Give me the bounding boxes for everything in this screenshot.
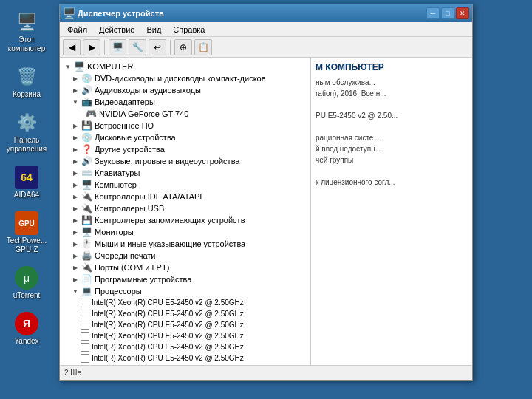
tree-item-firmware[interactable]: ▶ 💾 Встроенное ПО — [60, 120, 310, 132]
menu-help[interactable]: Справка — [168, 24, 209, 35]
toolbar-separator-2 — [170, 40, 171, 55]
disk-icon: 💿 — [81, 132, 92, 143]
properties-button[interactable]: 🔧 — [129, 39, 146, 55]
tree-item-audio[interactable]: ▶ 🔊 Аудиовходы и аудиовыходы — [60, 84, 310, 96]
tree-item-storage[interactable]: ▶ 💾 Контроллеры запоминающих устройств — [60, 214, 310, 226]
desktop-icon-gpuz[interactable]: GPU TechPowe...GPU-Z — [3, 208, 50, 257]
tree-item-disk[interactable]: ▶ 💿 Дисковые устройства — [60, 132, 310, 143]
video-toggle-icon[interactable]: ▼ — [70, 97, 81, 107]
cpu-checkbox-5 — [81, 343, 89, 352]
tree-item-mice[interactable]: ▶ 🖱️ Мыши и иные указывающие устройства — [60, 238, 310, 250]
device-manager-window: 🖥️ Диспетчер устройств ─ □ ✕ Файл Действ… — [59, 4, 473, 381]
cpu-checkbox-3 — [81, 321, 89, 330]
root-toggle-icon[interactable]: ▼ — [63, 61, 73, 72]
cpu-item-4[interactable]: Intel(R) Xeon(R) CPU E5-2450 v2 @ 2.50GH… — [60, 330, 310, 341]
clipboard-button[interactable]: 📋 — [194, 39, 212, 55]
tree-item-nvidia[interactable]: 🎮 NVIDIA GeForce GT 740 — [60, 108, 310, 120]
add-button[interactable]: ⊕ — [174, 39, 192, 55]
firmware-toggle-icon[interactable]: ▶ — [70, 120, 81, 131]
cpu-label-3: Intel(R) Xeon(R) CPU E5-2450 v2 @ 2.50GH… — [92, 321, 244, 329]
computer-toggle-icon[interactable]: ▶ — [70, 180, 81, 190]
info-line-2: ration), 2016. Все н... — [316, 88, 468, 99]
cpu-item-2[interactable]: Intel(R) Xeon(R) CPU E5-2450 v2 @ 2.50GH… — [60, 308, 310, 319]
tree-item-monitors[interactable]: ▶ 🖥️ Мониторы — [60, 226, 310, 238]
ports-toggle-icon[interactable]: ▶ — [70, 262, 81, 273]
print-toggle-icon[interactable]: ▶ — [70, 250, 81, 261]
keyboards-label: Клавиатуры — [95, 168, 140, 177]
tree-item-computer[interactable]: ▶ 🖥️ Компьютер — [60, 179, 310, 191]
tree-item-ide[interactable]: ▶ 🔌 Контроллеры IDE ATA/ATAPI — [60, 191, 310, 202]
other-toggle-icon[interactable]: ▶ — [70, 144, 81, 154]
video-icon: 📺 — [81, 96, 92, 108]
tree-item-sound[interactable]: ▶ 🔊 Звуковые, игровые и видеоустройства — [60, 155, 310, 167]
cpu-checkbox-1 — [81, 299, 89, 307]
storage-toggle-icon[interactable]: ▶ — [70, 215, 81, 225]
tree-item-print[interactable]: ▶ 🖨️ Очереди печати — [60, 250, 310, 262]
desktop-icon-this-pc[interactable]: 🖥️ Этоткомпьютер — [3, 7, 50, 56]
tree-item-processors[interactable]: ▼ 💻 Процессоры — [60, 285, 310, 297]
computer-button[interactable]: 🖥️ — [109, 39, 126, 55]
tree-item-usb[interactable]: ▶ 🔌 Контроллеры USB — [60, 202, 310, 214]
status-bar: 2 Шe — [60, 365, 472, 380]
keyboards-toggle-icon[interactable]: ▶ — [70, 168, 81, 178]
cpu-item-1[interactable]: Intel(R) Xeon(R) CPU E5-2450 v2 @ 2.50GH… — [60, 297, 310, 308]
other-label: Другие устройства — [95, 145, 165, 154]
computer-label: Компьютер — [95, 180, 137, 189]
cpu-checkbox-4 — [81, 332, 89, 341]
audio-icon: 🔊 — [81, 84, 92, 96]
toolbar: ◀ ▶ 🖥️ 🔧 ↩ ⊕ 📋 — [60, 37, 472, 58]
menu-view[interactable]: Вид — [142, 24, 166, 35]
print-label: Очереди печати — [95, 251, 156, 260]
tree-item-keyboards[interactable]: ▶ ⌨️ Клавиатуры — [60, 167, 310, 179]
forward-button[interactable]: ▶ — [83, 39, 100, 55]
cpu-label-5: Intel(R) Xeon(R) CPU E5-2450 v2 @ 2.50GH… — [92, 343, 244, 351]
ide-icon: 🔌 — [81, 191, 92, 202]
tree-item-other[interactable]: ▶ ❓ Другие устройства — [60, 143, 310, 155]
menu-file[interactable]: Файл — [63, 24, 92, 35]
maximize-button[interactable]: □ — [441, 7, 454, 19]
device-tree-panel[interactable]: ▼ 🖥️ KOMPUTER ▶ 💿 DVD-дисководы и дисков… — [60, 58, 311, 365]
desktop-icon-recycle-bin[interactable]: 🗑️ Корзина — [3, 62, 50, 102]
minimize-button[interactable]: ─ — [426, 7, 440, 19]
info-line-5: й ввод недоступн... — [316, 143, 468, 154]
monitors-toggle-icon[interactable]: ▶ — [70, 227, 81, 237]
tree-item-video[interactable]: ▼ 📺 Видеоадаптеры — [60, 96, 310, 108]
sound-toggle-icon[interactable]: ▶ — [70, 156, 81, 166]
processors-toggle-icon[interactable]: ▼ — [70, 286, 81, 296]
cpu-item-6[interactable]: Intel(R) Xeon(R) CPU E5-2450 v2 @ 2.50GH… — [60, 352, 310, 364]
utorrent-icon: μ — [15, 266, 38, 290]
desktop-icon-yandex[interactable]: Я Yandex — [3, 309, 50, 349]
close-button[interactable]: ✕ — [456, 7, 469, 19]
dvd-toggle-icon[interactable]: ▶ — [70, 73, 81, 83]
toolbar-separator-1 — [104, 40, 105, 55]
dvd-icon: 💿 — [81, 72, 92, 84]
tree-item-software[interactable]: ▶ 📄 Программные устройства — [60, 273, 310, 285]
cpu-item-3[interactable]: Intel(R) Xeon(R) CPU E5-2450 v2 @ 2.50GH… — [60, 319, 310, 330]
tree-root[interactable]: ▼ 🖥️ KOMPUTER — [60, 61, 310, 72]
cpu-item-5[interactable]: Intel(R) Xeon(R) CPU E5-2450 v2 @ 2.50GH… — [60, 341, 310, 352]
tree-item-dvd[interactable]: ▶ 💿 DVD-дисководы и дисководы компакт-ди… — [60, 72, 310, 84]
refresh-button[interactable]: ↩ — [149, 39, 166, 55]
dvd-label: DVD-дисководы и дисководы компакт-дисков — [95, 74, 266, 83]
usb-toggle-icon[interactable]: ▶ — [70, 203, 81, 214]
audio-toggle-icon[interactable]: ▶ — [70, 85, 81, 95]
desktop-icon-aida64[interactable]: 64 AIDA64 — [3, 163, 50, 202]
usb-icon: 🔌 — [81, 202, 92, 214]
usb-label: Контроллеры USB — [95, 204, 164, 213]
desktop-icons: 🖥️ Этоткомпьютер 🗑️ Корзина ⚙️ Панельупр… — [0, 0, 53, 399]
tree-item-ports[interactable]: ▶ 🔌 Порты (COM и LPT) — [60, 262, 310, 273]
desktop-icon-control-panel[interactable]: ⚙️ Панельуправления — [3, 108, 50, 157]
mice-toggle-icon[interactable]: ▶ — [70, 239, 81, 249]
disk-toggle-icon[interactable]: ▶ — [70, 132, 81, 143]
ide-toggle-icon[interactable]: ▶ — [70, 191, 81, 202]
info-line-1: ным обслужива... — [316, 77, 468, 88]
back-button[interactable]: ◀ — [63, 39, 81, 55]
desktop-icon-utorrent[interactable]: μ uTorrent — [3, 263, 50, 303]
status-text: 2 Шe — [64, 369, 81, 377]
sound-label: Звуковые, игровые и видеоустройства — [95, 157, 240, 166]
menu-action[interactable]: Действие — [95, 24, 139, 35]
control-panel-icon: ⚙️ — [15, 111, 38, 134]
software-toggle-icon[interactable]: ▶ — [70, 274, 81, 284]
other-icon: ❓ — [81, 143, 92, 155]
monitors-label: Мониторы — [95, 228, 134, 236]
